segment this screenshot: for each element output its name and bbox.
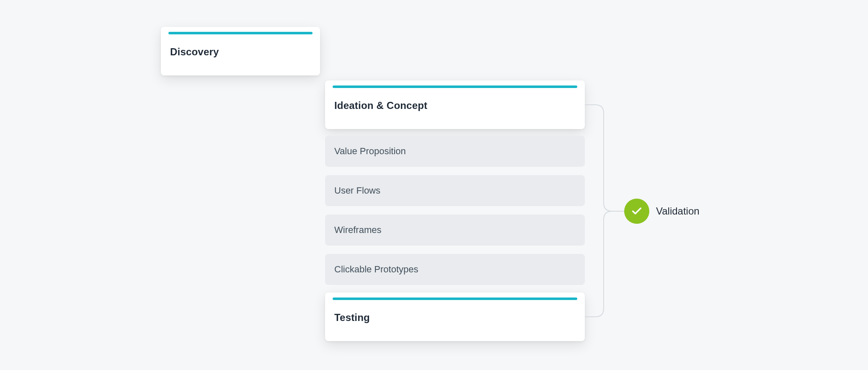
task-card-value-proposition: Value Proposition: [325, 136, 585, 167]
validation-badge: [624, 199, 649, 224]
phase-topbar: [333, 298, 577, 300]
phase-label-ideation: Ideation & Concept: [334, 100, 427, 111]
phase-label-discovery: Discovery: [170, 46, 219, 58]
task-label: Value Proposition: [334, 146, 406, 157]
check-icon: [631, 205, 643, 217]
task-label: User Flows: [334, 185, 380, 196]
task-card-wireframes: Wireframes: [325, 215, 585, 246]
task-card-clickable-prototypes: Clickable Prototypes: [325, 254, 585, 285]
phase-topbar: [333, 85, 577, 88]
task-label: Clickable Prototypes: [334, 264, 418, 275]
task-card-user-flows: User Flows: [325, 175, 585, 206]
process-diagram: Discovery Ideation & Concept Value Propo…: [0, 0, 868, 370]
phase-card-ideation: Ideation & Concept: [325, 80, 585, 129]
validation-label: Validation: [656, 205, 700, 217]
phase-topbar: [168, 32, 313, 34]
task-label: Wireframes: [334, 225, 381, 235]
phase-label-testing: Testing: [334, 312, 370, 323]
phase-card-discovery: Discovery: [161, 27, 320, 75]
phase-card-testing: Testing: [325, 292, 585, 341]
